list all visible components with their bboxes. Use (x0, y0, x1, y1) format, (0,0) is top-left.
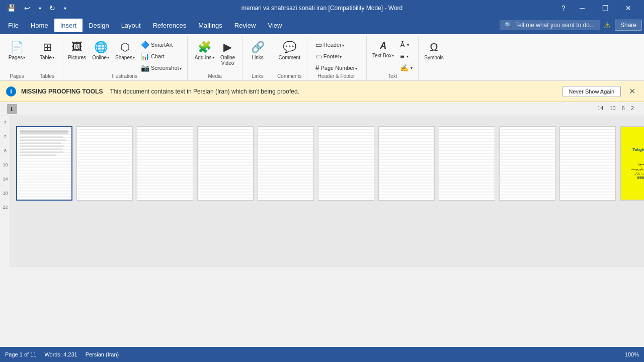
group-media-label: Media (208, 73, 221, 80)
screenshot-icon: 📷 (141, 64, 149, 72)
page-thumbnail-2[interactable] (76, 126, 133, 201)
group-text-label: Text (388, 73, 397, 80)
screenshot-button[interactable]: 📷 Screenshot▾ (138, 62, 184, 73)
footer-button[interactable]: ▭ Footer▾ (313, 51, 360, 62)
page-thumbnail-9[interactable] (499, 126, 555, 201)
ruler-marker: L (7, 104, 17, 114)
page-thumbnail-4[interactable] (197, 126, 254, 201)
small-illustrations: 🔷 SmartArt 📊 Chart 📷 Screenshot▾ (138, 39, 184, 73)
title-bar: 💾 ↩ ▾ ↻ ▾ memari va shahrsazi sonati ira… (0, 0, 644, 16)
never-show-again-button[interactable]: Never Show Again (562, 86, 621, 97)
window-title: memari va shahrsazi sonati iran [Compati… (0, 5, 644, 12)
info-icon: i (6, 86, 16, 97)
page-thumbnail-5[interactable] (258, 126, 314, 201)
document-area: Tahghigonline.ir 💰 مرجع دانلـــود ورد-پی… (11, 116, 644, 267)
group-comments: 💬 Comment Comments (273, 36, 306, 80)
smartart-icon: 🔷 (141, 41, 149, 49)
info-bar: i MISSING PROOFING TOOLS This document c… (0, 81, 644, 102)
menu-file[interactable]: File (2, 19, 25, 32)
info-close-button[interactable]: ✕ (626, 85, 638, 98)
search-box[interactable]: Tell me what you want to do... (515, 22, 595, 29)
help-button[interactable]: ? (556, 1, 571, 15)
menu-design[interactable]: Design (83, 19, 115, 32)
header-button[interactable]: ▭ Header▾ (313, 39, 360, 50)
group-symbols: Ω Symbols (419, 36, 449, 80)
dropcap-button[interactable]: ≡ ▾ (397, 51, 415, 62)
group-illustrations-label: Illustrations (112, 73, 138, 80)
comment-icon: 💬 (283, 41, 296, 54)
close-button[interactable]: ✕ (617, 0, 640, 16)
undo-dropdown[interactable]: ▾ (36, 1, 43, 15)
quick-access-toolbar: 💾 ↩ ▾ ↻ ▾ (4, 1, 68, 15)
menu-insert[interactable]: Insert (54, 19, 83, 32)
online-pictures-icon: 🌐 (94, 41, 108, 54)
wordart-icon: Ā (400, 41, 405, 49)
online-video-button[interactable]: ▶ Online Video (218, 39, 238, 67)
ad-line1: مرجع دانلـــود (638, 162, 644, 166)
smartart-button[interactable]: 🔷 SmartArt (138, 39, 184, 50)
pages-button[interactable]: 📄 Pages▾ (6, 39, 28, 62)
group-text: A Text Box▾ Ā ▾ ≡ ▾ ✍ ▾ Text (367, 36, 419, 80)
chart-icon: 📊 (141, 52, 149, 60)
menu-mailings[interactable]: Mailings (192, 19, 228, 32)
page-thumbnail-1[interactable] (16, 126, 72, 201)
customize-qat[interactable]: ▾ (61, 1, 68, 15)
table-icon: ⊞ (43, 41, 52, 54)
page-thumbnail-3[interactable] (137, 126, 193, 201)
save-button[interactable]: 💾 (4, 1, 18, 15)
shapes-icon: ⬡ (120, 41, 130, 54)
pictures-icon: 🖼 (71, 41, 83, 54)
addins-button[interactable]: 🧩 Add-ins▾ (192, 39, 217, 62)
shapes-button[interactable]: ⬡ Shapes▾ (113, 39, 137, 62)
ruler-numbers: 14 10 6 2 (597, 105, 634, 111)
redo-button[interactable]: ↻ (45, 1, 59, 15)
textbox-icon: A (380, 41, 386, 52)
page-thumbnail-10[interactable] (559, 126, 616, 201)
comment-button[interactable]: 💬 Comment (276, 39, 303, 62)
page-number-icon: # (315, 64, 319, 72)
online-pictures-button[interactable]: 🌐 Online▾ (90, 39, 112, 62)
group-pages: 📄 Pages▾ Pages (2, 36, 32, 80)
symbols-icon: Ω (430, 41, 438, 54)
undo-button[interactable]: ↩ (20, 1, 34, 15)
wordart-button[interactable]: Ā ▾ (397, 39, 415, 50)
ruler-area: L 14 10 6 2 (0, 102, 644, 116)
table-button[interactable]: ⊞ Table▾ (37, 39, 57, 62)
menu-layout[interactable]: Layout (115, 19, 147, 32)
signature-button[interactable]: ✍ ▾ (397, 62, 415, 73)
group-header-footer-label: Header & Footer (318, 73, 355, 80)
status-bar: Page 1 of 11 Words: 4,231 Persian (Iran)… (0, 347, 644, 362)
word-count: Words: 4,231 (44, 351, 77, 357)
dropcap-icon: ≡ (400, 52, 404, 60)
info-text: This document contains text in Persian (… (110, 88, 299, 95)
menu-view[interactable]: View (262, 19, 288, 32)
group-pages-label: Pages (10, 73, 24, 80)
footer-icon: ▭ (315, 52, 322, 60)
page-thumbnail-ad[interactable]: Tahghigonline.ir 💰 مرجع دانلـــود ورد-پی… (620, 126, 644, 201)
info-bold-text: MISSING PROOFING TOOLS (21, 88, 103, 95)
group-illustrations: 🖼 Pictures 🌐 Online▾ ⬡ Shapes▾ 🔷 SmartAr… (62, 36, 188, 80)
chart-button[interactable]: 📊 Chart (138, 51, 184, 62)
menu-references[interactable]: References (147, 19, 192, 32)
textbox-button[interactable]: A Text Box▾ (370, 39, 396, 60)
pictures-button[interactable]: 🖼 Pictures (65, 39, 89, 62)
ad-site: Tahghigonline.ir (632, 147, 644, 152)
group-tables: ⊞ Table▾ Tables (32, 36, 62, 80)
page-thumbnail-6[interactable] (318, 126, 374, 201)
menu-home[interactable]: Home (25, 19, 54, 32)
page-info: Page 1 of 11 (5, 351, 36, 357)
symbols-button[interactable]: Ω Symbols (422, 39, 446, 62)
links-button[interactable]: 🔗 Links (248, 39, 268, 62)
addins-icon: 🧩 (198, 41, 211, 54)
page-thumbnail-7[interactable] (378, 126, 435, 201)
warning-icon: ⚠ (604, 21, 611, 30)
group-header-footer: ▭ Header▾ ▭ Footer▾ # Page Number▾ Heade… (306, 36, 367, 80)
page-thumbnail-8[interactable] (439, 126, 495, 201)
share-button[interactable]: Share (615, 20, 642, 31)
menu-review[interactable]: Review (228, 19, 262, 32)
group-media: 🧩 Add-ins▾ ▶ Online Video Media (188, 36, 243, 80)
online-video-icon: ▶ (223, 41, 232, 54)
minimize-button[interactable]: ─ (571, 0, 594, 16)
restore-button[interactable]: ❐ (594, 0, 617, 16)
page-number-button[interactable]: # Page Number▾ (313, 62, 360, 73)
